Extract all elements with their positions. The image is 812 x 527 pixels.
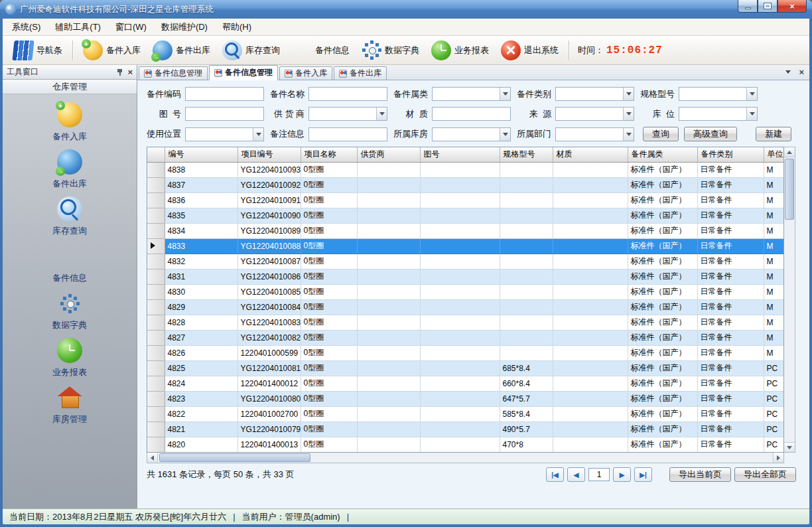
row-header-cell[interactable] [147,360,165,376]
table-row[interactable]: 482612204010005990型圈标准件（国产）日常备件M [147,345,783,360]
row-header-cell[interactable] [147,345,165,360]
table-row[interactable]: 4823YG122040100800型圈647*5.7标准件（国产）日常备件PC [147,391,783,406]
column-header-0[interactable]: 编号 [165,147,237,162]
column-header-9[interactable]: 单位 [764,147,783,162]
tab-2[interactable]: 备件入库 [279,66,332,80]
sidebar-item-warehouse[interactable]: 库房管理 [33,385,106,425]
table-row[interactable]: 4836YG122040100910型圈标准件（国产）日常备件M [147,192,783,208]
scroll-left-icon[interactable] [147,453,158,463]
scroll-down-icon[interactable] [784,442,795,452]
material-input[interactable] [432,107,511,121]
vscroll-thumb[interactable] [785,159,794,220]
table-row[interactable]: 4831YG122040100860型圈标准件（国产）日常备件M [147,269,783,284]
table-row[interactable]: 4834YG122040100890型圈标准件（国产）日常备件M [147,223,783,238]
table-row[interactable]: 4838YG122040100930型圈标准件（国产）日常备件M [147,162,783,177]
source-select[interactable] [555,107,634,121]
hscroll-thumb[interactable] [159,453,310,462]
usage-position-select[interactable] [185,127,264,141]
menu-item-0[interactable]: 系统(S) [5,19,47,36]
sidebar-item-part-out[interactable]: 备件出库 [33,149,106,190]
part-name-input[interactable] [308,87,387,101]
table-row[interactable]: 4833YG122040100880型圈标准件（国产）日常备件M [147,238,783,254]
row-header-cell[interactable] [147,177,165,192]
row-header-cell[interactable] [147,376,165,391]
toolbar-part-in-button[interactable]: 备件入库 [79,38,145,62]
part-category-select[interactable] [432,87,511,101]
spec-model-select[interactable] [679,87,758,101]
column-header-2[interactable]: 项目名称 [301,147,357,162]
table-row[interactable]: 482212204010027000型圈585*8.4标准件（国产）日常备件PC [147,406,783,421]
column-header-1[interactable]: 项目编号 [237,147,301,162]
row-header-cell[interactable] [147,254,165,269]
row-header-cell[interactable] [147,269,165,284]
close-button[interactable]: × [778,0,807,13]
last-page-button[interactable]: ▶| [634,467,652,482]
table-row[interactable]: 4832YG122040100870型圈标准件（国产）日常备件M [147,254,783,269]
tab-3[interactable]: 备件出库 [334,66,387,80]
table-row[interactable]: 4825YG122040100810型圈685*8.4标准件（国产）日常备件PC [147,360,783,376]
toolbar-exit-button[interactable]: 退出系统 [497,38,563,62]
sidebar-item-part-in[interactable]: 备件入库 [33,102,106,143]
advanced-query-button[interactable]: 高级查询 [684,127,737,141]
tab-close-icon[interactable]: × [799,68,804,76]
toolbar-stock-query-button[interactable]: 库存查询 [218,38,284,62]
first-page-button[interactable]: |◀ [546,467,564,482]
row-header-cell[interactable] [147,315,165,330]
sidebar-item-report[interactable]: 业务报表 [33,338,106,378]
maximize-button[interactable] [758,0,778,13]
row-header-cell[interactable] [147,299,165,315]
toolbar-data-dict-button[interactable]: 数据字典 [358,38,423,62]
menu-item-4[interactable]: 帮助(H) [216,19,258,36]
tab-0[interactable]: 备件信息管理 [139,66,208,80]
column-header-5[interactable]: 规格型号 [500,147,553,162]
table-row[interactable]: 482012204014000130型圈470*8标准件（国产）日常备件PC [147,437,783,452]
row-header-cell[interactable] [147,391,165,406]
new-button[interactable]: 新建 [756,127,791,141]
toolbar-report-button[interactable]: 业务报表 [427,38,493,62]
part-code-input[interactable] [185,87,264,101]
warehouse-select[interactable] [432,127,511,141]
menu-item-1[interactable]: 辅助工具(T) [48,19,107,36]
part-type-select[interactable] [555,87,634,101]
export-all-pages-button[interactable]: 导出全部页 [734,467,796,482]
row-header-cell[interactable] [147,208,165,223]
table-row[interactable]: 4828YG122040100830型圈标准件（国产）日常备件M [147,315,783,330]
remark-input[interactable] [308,127,387,141]
hscroll-track[interactable] [312,453,773,463]
table-row[interactable]: 4829YG122040100840型圈标准件（国产）日常备件M [147,299,783,315]
row-header-cell[interactable] [147,284,165,299]
scroll-right-icon[interactable] [773,453,783,463]
menu-item-2[interactable]: 窗口(W) [109,19,153,36]
menu-item-3[interactable]: 数据维护(D) [155,19,214,36]
drawing-no-input[interactable] [185,107,264,121]
toolbar-nav-button[interactable]: 导航条 [9,38,66,62]
supplier-select[interactable] [308,107,387,121]
row-header-cell[interactable] [147,238,165,254]
scroll-up-icon[interactable] [784,147,795,157]
column-header-3[interactable]: 供货商 [357,147,420,162]
column-header-4[interactable]: 图号 [420,147,500,162]
minimize-button[interactable] [738,0,758,13]
column-header-7[interactable]: 备件属类 [628,147,697,162]
table-row[interactable]: 4830YG122040100850型圈标准件（国产）日常备件M [147,284,783,299]
sidebar-item-data-dict[interactable]: 数据字典 [33,291,106,331]
table-row[interactable]: 4835YG122040100900型圈标准件（国产）日常备件M [147,208,783,223]
toolbar-part-info-button[interactable]: 备件信息 [288,38,354,62]
row-header-cell[interactable] [147,406,165,421]
row-header-cell[interactable] [147,437,165,452]
next-page-button[interactable]: ▶ [613,467,631,482]
column-header-8[interactable]: 备件类别 [697,147,764,162]
export-current-page-button[interactable]: 导出当前页 [669,467,731,482]
sidebar-close-icon[interactable]: × [127,68,133,76]
toolbar-part-out-button[interactable]: 备件出库 [149,38,214,62]
prev-page-button[interactable]: ◀ [567,467,585,482]
table-row[interactable]: 4827YG122040100820型圈标准件（国产）日常备件M [147,330,783,345]
sidebar-item-stock-query[interactable]: 库存查询 [33,196,106,237]
vertical-scrollbar[interactable] [784,147,795,453]
table-row[interactable]: 4821YG122040100790型圈490*5.7标准件（国产）日常备件PC [147,421,783,437]
row-header-cell[interactable] [147,223,165,238]
pin-icon[interactable] [116,68,123,76]
row-header-cell[interactable] [147,330,165,345]
page-number-input[interactable] [588,468,610,481]
query-button[interactable]: 查询 [643,127,679,141]
